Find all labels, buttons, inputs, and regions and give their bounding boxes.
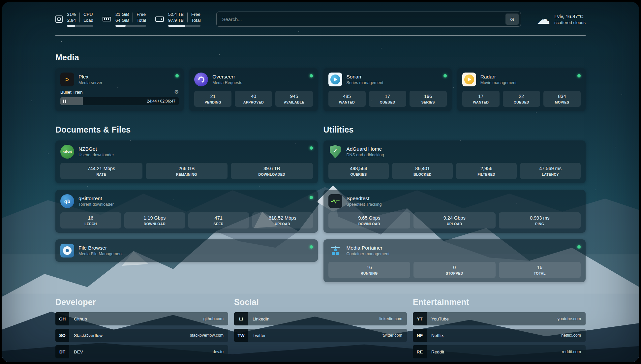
weather-condition: scattered clouds xyxy=(554,20,586,25)
bookmark-linkedin[interactable]: LI LinkedIn linkedin.com xyxy=(234,312,407,325)
nzbget-icon: nzbget xyxy=(60,145,74,159)
bookmark-github[interactable]: GH Github github.com xyxy=(55,312,228,325)
app-name: AdGuard Home xyxy=(347,146,581,152)
top-bar: 31% 2.94 CPU Load xyxy=(55,12,586,27)
bookmark-url: github.com xyxy=(203,317,224,321)
app-name: Overseerr xyxy=(212,74,305,80)
status-online-dot xyxy=(310,74,313,77)
ram-widget: 21 GiB 64 GiB Free Total xyxy=(103,12,146,27)
stat-seed: 471 SEED xyxy=(188,212,249,228)
app-name: Radarr xyxy=(480,74,573,80)
disk-usage-bar xyxy=(168,25,201,27)
cpu-percent-value: 31% xyxy=(67,12,76,17)
bookmark-group-social: Social LI LinkedIn linkedin.com TW Twitt… xyxy=(234,297,407,362)
playback-time: 24:44 / 02:06:47 xyxy=(147,99,176,104)
bookmark-reddit[interactable]: RE Reddit reddit.com xyxy=(413,345,586,358)
dashboard-screen: 31% 2.94 CPU Load xyxy=(2,2,639,362)
stat-upload: 618.52 Mbps UPLOAD xyxy=(252,212,313,228)
stat-running: 16 RUNNING xyxy=(328,262,411,278)
card-plex[interactable]: > Plex Media server Bullet Train ⚙ xyxy=(55,68,184,111)
disk-free-value: 52.4 TB xyxy=(168,12,184,17)
card-radarr[interactable]: Radarr Movie management 17 WANTED 22 QUE… xyxy=(457,68,586,111)
bookmark-url: linkedin.com xyxy=(380,317,402,321)
bookmark-stackoverflow[interactable]: SO StackOverflow stackoverflow.com xyxy=(55,329,228,342)
status-online-dot xyxy=(577,245,581,249)
divider xyxy=(187,13,188,22)
section-title-utilities: Utilities xyxy=(323,125,586,135)
stat-upload: 9.24 Gbps UPLOAD xyxy=(413,212,496,228)
card-sonarr[interactable]: Sonarr Series management 485 WANTED 17 Q… xyxy=(323,68,452,111)
ram-free-value: 21 GiB xyxy=(115,12,129,17)
pause-icon[interactable] xyxy=(63,100,66,103)
sonarr-icon xyxy=(328,73,342,86)
bookmark-name: Netflix xyxy=(431,333,444,338)
stat-filtered: 2,956 FILTERED xyxy=(456,163,517,179)
stat-available: 945 AVAILABLE xyxy=(275,91,313,107)
status-online-dot xyxy=(310,146,313,150)
stat-ping: 0.993 ms PING xyxy=(499,212,581,228)
stat-latency: 47.569 ms LATENCY xyxy=(520,163,581,179)
card-qbittorrent[interactable]: qb qBittorrent Torrent downloader 16 LEE… xyxy=(55,190,318,233)
section-utilities: Utilities ✓ AdGuard Home DNS and adblock… xyxy=(323,125,586,282)
stat-movies: 834 MOVIES xyxy=(543,91,581,107)
card-adguard[interactable]: ✓ AdGuard Home DNS and adblocking 498,56… xyxy=(323,140,586,183)
app-name: qBittorrent xyxy=(78,196,305,201)
disk-icon xyxy=(155,16,164,22)
app-subtitle: Torrent downloader xyxy=(78,202,305,207)
bookmark-netflix[interactable]: NF Netflix netflix.com xyxy=(413,329,586,342)
ram-icon xyxy=(103,17,111,21)
bookmark-name: LinkedIn xyxy=(253,317,269,321)
stat-pending: 21 PENDING xyxy=(194,91,231,107)
app-name: Media Portainer xyxy=(347,245,573,251)
card-filebrowser[interactable]: File Browser Media File Management xyxy=(55,239,318,262)
gear-icon[interactable]: ⚙ xyxy=(174,89,179,95)
cloud-icon: ☁ xyxy=(537,13,550,26)
cpu-usage-bar-fill xyxy=(67,25,75,27)
divider xyxy=(79,13,80,22)
search-bar[interactable]: G xyxy=(216,12,521,27)
section-title-documents: Documents & Files xyxy=(55,125,318,135)
app-subtitle: Container management xyxy=(347,252,573,256)
card-nzbget[interactable]: nzbget NZBGet Usenet downloader 744.21 M… xyxy=(55,140,318,183)
stat-blocked: 86,401 BLOCKED xyxy=(392,163,453,179)
section-media: Media > Plex Media server Bullet Train xyxy=(55,53,586,111)
bookmark-url: youtube.com xyxy=(557,317,581,321)
bookmark-abbr: YT xyxy=(413,312,427,325)
bookmark-abbr: LI xyxy=(234,312,248,325)
cpu-usage-bar xyxy=(67,25,93,27)
cpu-load-value: 2.94 xyxy=(67,17,76,23)
cpu-icon xyxy=(55,15,63,23)
search-input[interactable] xyxy=(222,16,505,22)
bookmark-url: reddit.com xyxy=(562,349,581,354)
cpu-label-top: CPU xyxy=(83,12,93,17)
bookmark-group-entertainment: Entertainment YT YouTube youtube.com NF … xyxy=(413,297,586,362)
card-overseerr[interactable]: Overseerr Media Requests 21 PENDING 40 A… xyxy=(189,68,318,111)
playback-progress-bar[interactable]: 24:44 / 02:06:47 xyxy=(60,97,179,105)
bookmark-group-developer: Developer GH Github github.com SO StackO… xyxy=(55,297,228,362)
overseerr-icon xyxy=(194,73,208,86)
stat-rate: 744.21 Mbps RATE xyxy=(60,163,142,179)
card-speedtest[interactable]: Speedtest Speedtest Tracking 9.65 Gbps D… xyxy=(323,190,586,233)
disk-total-value: 97.9 TB xyxy=(168,17,184,23)
card-portainer[interactable]: Media Portainer Container management 16 … xyxy=(323,239,586,282)
ram-label-top: Free xyxy=(137,12,146,17)
stat-queries: 498,564 QUERIES xyxy=(328,163,389,179)
adguard-icon: ✓ xyxy=(328,145,342,159)
bookmark-youtube[interactable]: YT YouTube youtube.com xyxy=(413,312,586,325)
app-subtitle: DNS and adblocking xyxy=(347,153,581,157)
bookmark-twitter[interactable]: TW Twitter twitter.com xyxy=(234,329,407,342)
filebrowser-icon xyxy=(60,244,74,258)
search-engine-button[interactable]: G xyxy=(505,14,519,25)
stat-remaining: 266 GB REMAINING xyxy=(146,163,228,179)
ram-label-bottom: Total xyxy=(137,17,146,23)
now-playing-title: Bullet Train xyxy=(60,90,83,95)
disk-widget: 52.4 TB 97.9 TB Free Total xyxy=(155,12,201,27)
stat-download: 1.19 Gbps DOWNLOAD xyxy=(124,212,185,228)
stat-wanted: 17 WANTED xyxy=(462,91,500,107)
bookmark-dev[interactable]: DT DEV dev.to xyxy=(55,345,228,358)
bookmark-abbr: SO xyxy=(55,329,69,342)
disk-label-top: Free xyxy=(191,12,201,17)
ram-usage-bar xyxy=(115,25,146,27)
status-online-dot xyxy=(577,74,581,77)
section-title-media: Media xyxy=(55,53,586,62)
